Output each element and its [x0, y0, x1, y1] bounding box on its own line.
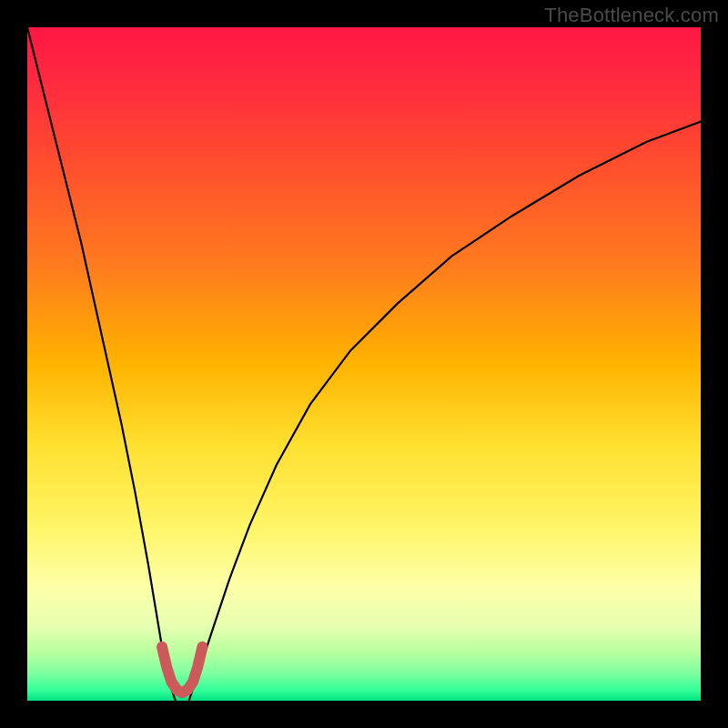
- chart-container: TheBottleneck.com: [0, 0, 728, 728]
- chart-gradient-bg: [27, 27, 701, 701]
- bottleneck-chart: [0, 0, 728, 728]
- watermark-text: TheBottleneck.com: [544, 4, 719, 27]
